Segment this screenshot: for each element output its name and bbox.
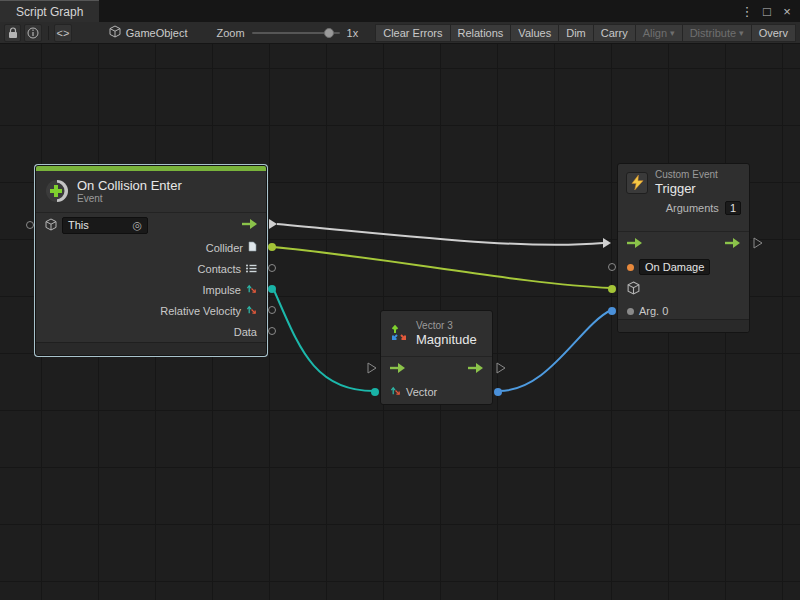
gameobject-cube-icon (45, 218, 57, 233)
port-magnitude-out[interactable] (494, 388, 502, 396)
port-vector-in[interactable] (371, 388, 379, 396)
vector-icon (246, 283, 257, 296)
port-target-in[interactable] (26, 221, 34, 229)
port-relative-velocity-out[interactable] (268, 306, 276, 314)
overview-button[interactable]: Overv (751, 24, 796, 42)
values-button[interactable]: Values (510, 24, 558, 42)
cube-icon (109, 25, 121, 40)
menu-icon[interactable]: ⋮ (740, 4, 754, 19)
port-arg0-in[interactable] (608, 307, 616, 315)
port-magnitude-control-out[interactable] (497, 363, 505, 373)
relations-button[interactable]: Relations (450, 24, 511, 42)
control-input-arrow[interactable] (390, 363, 405, 375)
output-row-collider[interactable]: Collider (36, 237, 266, 258)
port-trigger-control-out[interactable] (754, 238, 762, 248)
lock-icon[interactable] (4, 24, 21, 42)
lightning-bolt-icon (626, 172, 648, 194)
port-control-out-triangle[interactable] (269, 219, 277, 229)
distribute-button[interactable]: Distribute▾ (682, 24, 751, 42)
port-impulse-out[interactable] (268, 285, 276, 293)
target-row[interactable] (618, 278, 749, 300)
control-input-arrow[interactable] (627, 238, 642, 250)
event-name-row[interactable]: On Damage (618, 256, 749, 278)
graph-canvas[interactable]: On Collision Enter Event This ◎ (0, 44, 800, 600)
chevron-down-icon: ▾ (739, 28, 744, 38)
node-header: Vector 3 Magnitude (381, 311, 492, 357)
event-icon (45, 179, 69, 205)
zoom-slider[interactable] (252, 27, 340, 39)
node-subtitle: Event (77, 193, 182, 205)
port-target-in[interactable] (608, 285, 616, 293)
zoom-control: Zoom 1x (216, 27, 358, 39)
wire-control-flow[interactable] (277, 224, 603, 245)
gameobject-breadcrumb[interactable]: GameObject (109, 25, 188, 40)
carry-button[interactable]: Carry (593, 24, 635, 42)
tab-bar: Script Graph ⋮ □ × (0, 0, 800, 22)
arg0-port-dot[interactable] (627, 308, 634, 315)
output-row-relative-velocity[interactable]: Relative Velocity (36, 300, 266, 321)
maximize-icon[interactable]: □ (760, 4, 774, 19)
node-vector3-magnitude[interactable]: Vector 3 Magnitude Vector (380, 310, 493, 405)
target-value: This (68, 219, 89, 231)
zoom-slider-handle[interactable] (324, 28, 334, 38)
graph-toolbar: <> GameObject Zoom 1x Clear Errors Relat… (0, 22, 800, 44)
node-title: On Collision Enter (77, 178, 182, 193)
node-header: On Collision Enter Event (36, 171, 266, 213)
gameobject-label: GameObject (126, 27, 188, 39)
close-icon[interactable]: × (780, 4, 794, 19)
port-collider-out[interactable] (268, 243, 276, 251)
vector-icon (246, 304, 257, 317)
control-output-arrow[interactable] (468, 363, 483, 375)
wire-collider-to-target[interactable] (273, 247, 611, 288)
port-control-in-triangle[interactable] (603, 238, 611, 248)
window-controls: ⋮ □ × (740, 0, 800, 22)
clear-errors-button[interactable]: Clear Errors (375, 24, 449, 42)
port-data-out[interactable] (268, 327, 276, 335)
align-button[interactable]: Align▾ (635, 24, 682, 42)
script-graph-window: Script Graph ⋮ □ × <> GameObject Zoom (0, 0, 800, 600)
output-row-data[interactable]: Data (36, 321, 266, 342)
node-category: Vector 3 (416, 320, 477, 332)
input-row-vector[interactable]: Vector (381, 381, 492, 402)
dim-button[interactable]: Dim (558, 24, 593, 42)
port-contacts-out[interactable] (268, 264, 276, 272)
string-port-dot[interactable] (627, 264, 634, 271)
arguments-label: Arguments (666, 202, 719, 214)
node-title: Trigger (655, 181, 718, 196)
wire-magnitude-to-arg0[interactable] (499, 310, 611, 391)
arguments-field[interactable]: 1 (725, 201, 741, 215)
vector3-icon (390, 324, 408, 344)
zoom-value: 1x (347, 27, 359, 39)
port-magnitude-control-in[interactable] (368, 363, 376, 373)
node-custom-event-trigger[interactable]: Custom Event Trigger Arguments 1 (617, 163, 750, 333)
node-title: Magnitude (416, 332, 477, 347)
tab-script-graph[interactable]: Script Graph (0, 0, 99, 22)
tab-title: Script Graph (16, 5, 83, 19)
toolbar-buttons: Clear Errors Relations Values Dim Carry … (375, 24, 796, 42)
node-footer (618, 319, 749, 332)
vector-icon (390, 385, 401, 398)
list-icon (246, 263, 257, 275)
target-field[interactable]: This ◎ (62, 217, 148, 234)
collider-doc-icon (248, 241, 257, 254)
output-row-contacts[interactable]: Contacts (36, 258, 266, 279)
info-icon[interactable] (24, 24, 41, 42)
event-name-field[interactable]: On Damage (639, 259, 710, 275)
zoom-label: Zoom (216, 27, 244, 39)
chevron-down-icon: ▾ (670, 28, 675, 38)
target-picker-icon[interactable]: ◎ (132, 219, 142, 232)
wire-impulse-to-vector[interactable] (273, 288, 374, 391)
output-row-impulse[interactable]: Impulse (36, 279, 266, 300)
node-footer (36, 342, 266, 355)
node-category: Custom Event (655, 169, 718, 181)
node-on-collision-enter[interactable]: On Collision Enter Event This ◎ (35, 165, 267, 356)
control-output-arrow[interactable] (725, 238, 740, 250)
gameobject-cube-icon (627, 281, 640, 297)
node-header: Custom Event Trigger Arguments 1 (618, 164, 749, 232)
port-event-name-in[interactable] (608, 263, 616, 271)
control-output-arrow[interactable] (242, 219, 257, 231)
code-view-icon[interactable]: <> (54, 24, 71, 42)
toolbar-separator (48, 26, 49, 40)
